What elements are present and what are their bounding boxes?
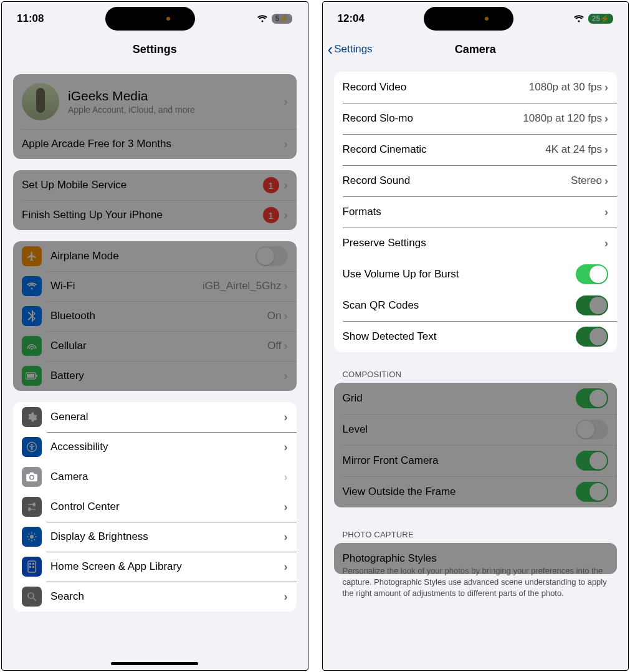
- svg-rect-15: [29, 563, 31, 565]
- grid-toggle[interactable]: [576, 388, 608, 408]
- back-button[interactable]: ‹ Settings: [328, 41, 373, 57]
- row-label: Record Sound: [343, 175, 571, 187]
- badge: 1: [263, 177, 279, 193]
- qr-toggle[interactable]: [576, 295, 608, 315]
- composition-header: Composition: [334, 358, 618, 383]
- control-center-row[interactable]: Control Center ›: [13, 492, 297, 522]
- camera-row[interactable]: Camera ›: [13, 462, 297, 492]
- accessibility-icon: [22, 437, 42, 457]
- finish-setup-row[interactable]: Finish Setting Up Your iPhone 1 ›: [13, 200, 297, 230]
- chevron-right-icon: ›: [284, 590, 288, 603]
- svg-line-20: [33, 598, 36, 601]
- svg-line-11: [34, 539, 36, 540]
- row-label: Use Volume Up for Burst: [343, 268, 576, 281]
- chevron-right-icon: ›: [284, 280, 288, 293]
- dynamic-island: [105, 7, 195, 31]
- svg-rect-2: [36, 375, 37, 377]
- svg-line-13: [34, 534, 36, 535]
- control-center-icon: [22, 497, 42, 517]
- level-toggle[interactable]: [576, 420, 608, 439]
- settings-content: iGeeks Media Apple Account, iCloud, and …: [2, 63, 308, 670]
- status-bar: 12:04 25⚡: [323, 2, 629, 36]
- wifi-row[interactable]: Wi-Fi iGB_Airtel_5Ghz ›: [13, 271, 297, 301]
- row-label: Preserve Settings: [343, 237, 605, 249]
- airplane-row[interactable]: Airplane Mode: [13, 241, 297, 271]
- detected-text-row[interactable]: Show Detected Text: [334, 321, 618, 352]
- dynamic-island: [424, 7, 513, 31]
- chevron-right-icon: ›: [284, 441, 288, 454]
- row-label: Finish Setting Up Your iPhone: [22, 209, 263, 221]
- scan-qr-row[interactable]: Scan QR Codes: [334, 290, 618, 321]
- bluetooth-row[interactable]: Bluetooth On ›: [13, 301, 297, 331]
- account-name: iGeeks Media: [68, 89, 284, 103]
- record-video-row[interactable]: Record Video 1080p at 30 fps ›: [334, 72, 618, 103]
- home-screen-row[interactable]: Home Screen & App Library ›: [13, 552, 297, 582]
- avatar: [22, 83, 59, 120]
- row-label: Formats: [343, 206, 605, 218]
- battery-row[interactable]: Battery ›: [13, 361, 297, 391]
- page-title: Settings: [133, 43, 177, 56]
- apple-arcade-row[interactable]: Apple Arcade Free for 3 Months ›: [13, 129, 297, 159]
- outside-frame-row[interactable]: View Outside the Frame: [334, 476, 618, 507]
- battery-icon: [22, 366, 42, 386]
- grid-row[interactable]: Grid: [334, 383, 618, 414]
- row-label: Set Up Mobile Service: [22, 179, 263, 191]
- settings-phone: 11:08 5⚡ Settings iGeeks Media Apple Acc…: [1, 1, 308, 671]
- row-label: Record Slo-mo: [343, 112, 523, 125]
- record-sound-row[interactable]: Record Sound Stereo ›: [334, 165, 618, 196]
- row-label: Search: [50, 590, 284, 603]
- status-time: 11:08: [17, 12, 44, 25]
- row-label: Grid: [343, 392, 576, 405]
- cellular-row[interactable]: Cellular Off ›: [13, 331, 297, 361]
- outside-toggle[interactable]: [576, 482, 608, 502]
- chevron-right-icon: ›: [284, 95, 288, 108]
- detect-toggle[interactable]: [576, 327, 608, 347]
- svg-point-5: [30, 535, 34, 539]
- photographic-styles-row[interactable]: Photographic Styles: [334, 543, 618, 574]
- row-label: Scan QR Codes: [343, 299, 576, 312]
- record-cinematic-row[interactable]: Record Cinematic 4K at 24 fps ›: [334, 134, 618, 165]
- account-sub: Apple Account, iCloud, and more: [68, 105, 284, 115]
- arcade-label: Apple Arcade Free for 3 Months: [22, 138, 284, 150]
- apple-account-row[interactable]: iGeeks Media Apple Account, iCloud, and …: [13, 74, 297, 129]
- mirror-row[interactable]: Mirror Front Camera: [334, 445, 618, 476]
- setup-mobile-row[interactable]: Set Up Mobile Service 1 ›: [13, 170, 297, 200]
- row-value: Stereo: [571, 175, 602, 187]
- setup-group: Set Up Mobile Service 1 › Finish Setting…: [13, 170, 297, 230]
- mirror-toggle[interactable]: [576, 451, 608, 471]
- preserve-settings-row[interactable]: Preserve Settings ›: [334, 228, 618, 259]
- chevron-right-icon: ›: [284, 209, 288, 222]
- row-label: View Outside the Frame: [343, 486, 576, 498]
- chevron-right-icon: ›: [284, 370, 288, 383]
- chevron-right-icon: ›: [604, 237, 608, 250]
- wifi-icon: [22, 276, 42, 296]
- camera-content: Record Video 1080p at 30 fps › Record Sl…: [323, 63, 629, 670]
- general-row[interactable]: General ›: [13, 402, 297, 432]
- row-value: On: [267, 310, 282, 322]
- back-label: Settings: [334, 43, 372, 55]
- wifi-icon: [573, 14, 585, 23]
- row-label: Record Video: [343, 81, 529, 94]
- chevron-right-icon: ›: [284, 471, 288, 484]
- chevron-right-icon: ›: [604, 81, 608, 94]
- record-slomo-row[interactable]: Record Slo-mo 1080p at 120 fps ›: [334, 103, 618, 134]
- row-label: General: [50, 411, 284, 423]
- display-row[interactable]: Display & Brightness ›: [13, 522, 297, 552]
- formats-row[interactable]: Formats ›: [334, 196, 618, 228]
- svg-rect-14: [28, 561, 36, 572]
- chevron-right-icon: ›: [284, 411, 288, 424]
- volume-burst-row[interactable]: Use Volume Up for Burst: [334, 259, 618, 290]
- account-group: iGeeks Media Apple Account, iCloud, and …: [13, 74, 297, 159]
- row-label: Control Center: [50, 501, 284, 513]
- svg-line-12: [29, 539, 30, 540]
- burst-toggle[interactable]: [576, 264, 608, 284]
- brightness-icon: [22, 527, 42, 547]
- camera-settings-phone: 12:04 25⚡ ‹ Settings Camera Record Video…: [322, 1, 629, 671]
- airplane-toggle[interactable]: [255, 246, 288, 266]
- page-title: Camera: [455, 43, 496, 56]
- accessibility-row[interactable]: Accessibility ›: [13, 432, 297, 462]
- level-row[interactable]: Level: [334, 414, 618, 445]
- row-label: Battery: [50, 370, 284, 382]
- search-row[interactable]: Search ›: [13, 582, 297, 612]
- status-bar: 11:08 5⚡: [2, 2, 308, 36]
